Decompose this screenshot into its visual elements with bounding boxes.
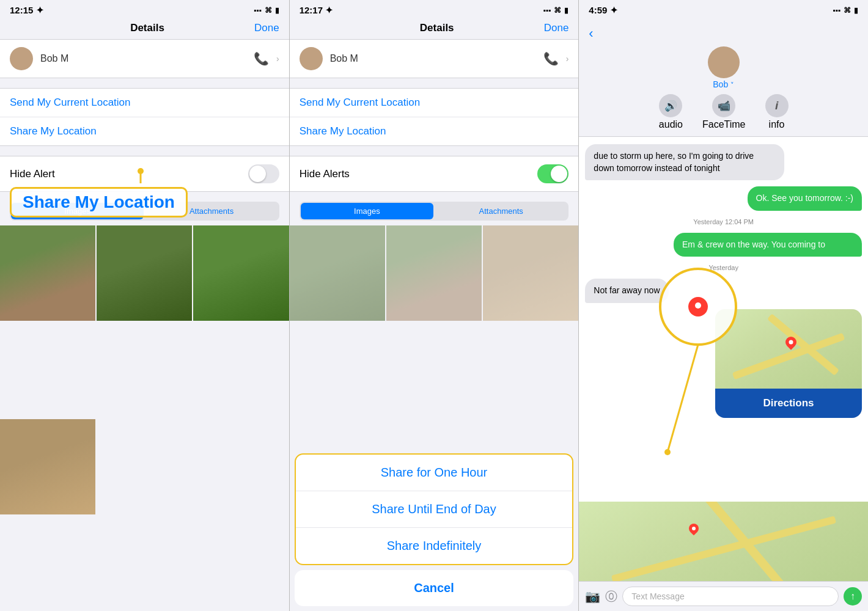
- hide-alerts-label-1: Hide Alert: [10, 168, 55, 180]
- msg-timestamp-2: Yesterday: [585, 264, 862, 271]
- camera-icon[interactable]: 📷: [585, 589, 600, 604]
- facetime-icon: 📹: [712, 94, 735, 117]
- contact-actions-2: 📞: [543, 51, 559, 66]
- toggle-knob-2: [551, 166, 567, 182]
- chevron-icon-2: ›: [566, 54, 569, 64]
- hide-alerts-toggle-2[interactable]: [537, 164, 568, 183]
- message-input[interactable]: Text Message: [622, 587, 839, 606]
- time-1: 12:15 ✦: [10, 5, 44, 16]
- msg-input-bar: 📷 ⓪ Text Message ↑: [579, 581, 868, 611]
- chevron-down-icon: ˅: [730, 81, 734, 89]
- msg-contact-name: Bob ˅: [713, 79, 734, 89]
- share-end-of-day[interactable]: Share Until End of Day: [296, 491, 573, 528]
- contact-actions-1: 📞: [254, 51, 269, 66]
- battery-icon-3: ▮: [854, 6, 858, 15]
- photo-cell-1[interactable]: [0, 225, 95, 321]
- map-pin-inner: [789, 340, 793, 345]
- directions-button[interactable]: Directions: [715, 389, 862, 418]
- msg-icons-row: 🔊 audio 📹 FaceTime i info: [579, 94, 868, 130]
- map-pin-bottom: [687, 522, 701, 536]
- hide-alerts-row-2: Hide Alerts: [290, 156, 579, 192]
- battery-icon-2: ▮: [564, 6, 568, 15]
- tabs-row-2: Images Attachments: [300, 202, 569, 221]
- audio-label: audio: [659, 119, 683, 130]
- signal-icon-2: ▪▪▪: [543, 6, 551, 15]
- wifi-icon-3: ⌘: [844, 6, 851, 15]
- hide-alerts-toggle-1[interactable]: [248, 164, 279, 183]
- map-mini-bottom: [579, 502, 868, 581]
- tab-attachments-1[interactable]: Attachments: [145, 203, 278, 219]
- tab-images-1[interactable]: Images: [11, 203, 144, 219]
- info-label: info: [769, 119, 785, 130]
- signal-icons-3: ▪▪▪ ⌘ ▮: [833, 6, 858, 15]
- photo-outdoor-2: [193, 225, 289, 321]
- info-icon-item[interactable]: i info: [765, 94, 789, 130]
- contact-name-2: Bob M: [330, 53, 536, 64]
- share-location-2[interactable]: Share My Location: [290, 117, 579, 145]
- share-sheet: Share for One Hour Share Until End of Da…: [290, 453, 579, 611]
- panel-1: 12:15 ✦ ▪▪▪ ⌘ ▮ Details Done Bob M 📞 › S…: [0, 0, 290, 611]
- location-map: [715, 309, 862, 389]
- app-icon[interactable]: ⓪: [605, 588, 617, 605]
- photo-grid-1: [0, 225, 289, 611]
- status-bar-1: 12:15 ✦ ▪▪▪ ⌘ ▮: [0, 0, 289, 18]
- panel-3: 4:59 ✦ ▪▪▪ ⌘ ▮ ‹ Bob ˅ 🔊 audio 📹 FaceTim…: [579, 0, 868, 611]
- tab-images-2[interactable]: Images: [301, 203, 433, 219]
- facetime-label: FaceTime: [702, 119, 746, 130]
- photo-cell-2[interactable]: [97, 225, 192, 321]
- hide-alerts-label-2: Hide Alerts: [300, 168, 350, 180]
- input-placeholder: Text Message: [631, 591, 684, 601]
- time-2: 12:17 ✦: [300, 5, 334, 16]
- msg-bubble-sent-1: Ok. See you tomorrow. :-): [748, 186, 862, 211]
- send-location-1[interactable]: Send My Current Location: [0, 89, 289, 117]
- share-indefinitely[interactable]: Share Indefinitely: [296, 528, 573, 564]
- msg-bubble-sent-2: Em & crew on the way. You coming to: [674, 233, 862, 257]
- photo-cell-2b: [386, 225, 482, 321]
- map-pin-bottom-inner: [692, 527, 696, 530]
- status-bar-3: 4:59 ✦ ▪▪▪ ⌘ ▮: [579, 0, 868, 18]
- msg-header: ‹ Bob ˅ 🔊 audio 📹 FaceTime i info: [579, 18, 868, 137]
- phone-icon-2[interactable]: 📞: [543, 51, 559, 66]
- contact-row-2[interactable]: Bob M 📞 ›: [290, 40, 579, 78]
- back-button[interactable]: ‹: [584, 23, 598, 44]
- toggle-knob-1: [249, 166, 266, 182]
- location-card[interactable]: Directions: [715, 309, 862, 418]
- tab-attachments-2[interactable]: Attachments: [435, 203, 567, 219]
- tabs-row-1: Images Attachments: [10, 202, 279, 221]
- photo-cell-2a: [290, 225, 385, 321]
- msg-bubble-received-2: Not far away now: [585, 279, 668, 303]
- messages-body: due to storm up here, so I'm going to dr…: [579, 137, 868, 502]
- share-cancel-card: Cancel: [295, 570, 574, 606]
- photo-food: [0, 419, 95, 514]
- battery-icon: ▮: [275, 6, 279, 15]
- contact-row-1[interactable]: Bob M 📞 ›: [0, 40, 289, 78]
- chevron-icon-1: ›: [276, 54, 279, 64]
- share-location-1[interactable]: Share My Location: [0, 117, 289, 145]
- wifi-icon: ⌘: [265, 6, 272, 15]
- facetime-icon-item[interactable]: 📹 FaceTime: [702, 94, 746, 130]
- share-one-hour[interactable]: Share for One Hour: [296, 455, 573, 491]
- msg-header-top: ‹: [579, 23, 868, 44]
- photo-cell-4[interactable]: [0, 419, 95, 514]
- cancel-button[interactable]: Cancel: [295, 570, 574, 606]
- send-button[interactable]: ↑: [844, 587, 862, 606]
- photo-cell-3[interactable]: [193, 225, 289, 321]
- send-location-2[interactable]: Send My Current Location: [290, 89, 579, 117]
- done-button-1[interactable]: Done: [254, 22, 279, 34]
- photo-people: [0, 225, 95, 321]
- phone-icon-1[interactable]: 📞: [254, 51, 269, 66]
- info-icon: i: [765, 94, 789, 117]
- audio-icon-item[interactable]: 🔊 audio: [659, 94, 683, 130]
- msg-timestamp-1: Yesterday 12:04 PM: [585, 218, 862, 225]
- contact-name-1: Bob M: [40, 53, 246, 64]
- nav-bar-1: Details Done: [0, 18, 289, 40]
- signal-icons-1: ▪▪▪ ⌘ ▮: [254, 6, 279, 15]
- done-button-2[interactable]: Done: [544, 22, 569, 34]
- hide-alerts-row-1: Hide Alert: [0, 156, 289, 192]
- location-section-2: Send My Current Location Share My Locati…: [290, 88, 579, 146]
- nav-title-1: Details: [130, 22, 164, 34]
- time-3: 4:59 ✦: [589, 5, 617, 16]
- signal-icon: ▪▪▪: [254, 6, 262, 15]
- avatar-1: [10, 47, 33, 70]
- photo-outdoor: [97, 225, 192, 321]
